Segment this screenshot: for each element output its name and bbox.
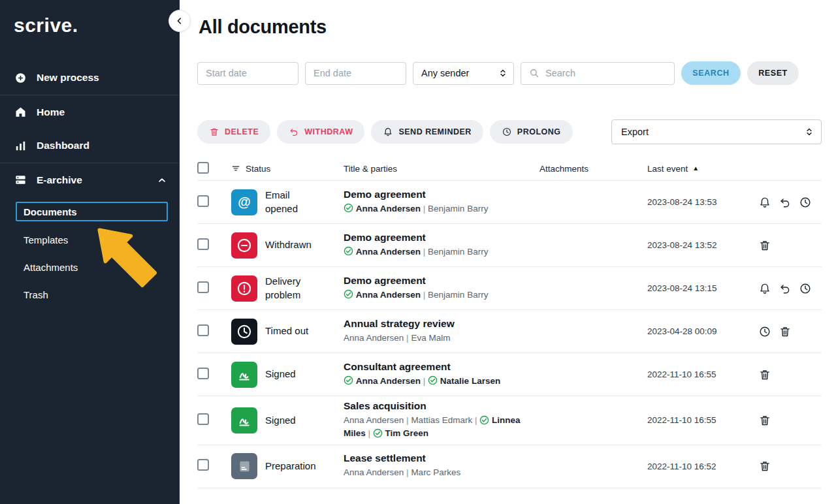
party-name: Marc Parkes (411, 467, 460, 477)
clock-icon (502, 127, 512, 137)
sidebar-item-attachments[interactable]: Attachments (0, 253, 180, 281)
withdraw-button[interactable]: WITHDRAW (277, 120, 364, 144)
prolong-icon[interactable] (799, 282, 812, 295)
document-parties: Anna Andersen | Benjamin Barry (344, 202, 534, 215)
party-separator: | (406, 333, 409, 343)
prolong-button[interactable]: PROLONG (490, 120, 573, 144)
row-checkbox[interactable] (197, 281, 209, 293)
end-date-input[interactable] (305, 62, 406, 85)
document-title[interactable]: Annual strategy review (344, 318, 539, 330)
document-title[interactable]: Demo agreement (344, 232, 539, 244)
table-row[interactable]: Delivery problemDemo agreement Anna Ande… (197, 267, 822, 310)
search-field[interactable] (521, 62, 675, 85)
sidebar-item-label: Documents (24, 206, 77, 217)
search-button[interactable]: SEARCH (681, 61, 741, 85)
sidebar-item-label: Templates (24, 234, 68, 245)
row-actions (758, 239, 822, 252)
column-header-attachments: Attachments (539, 164, 647, 174)
party-name: Benjamin Barry (428, 247, 488, 257)
reset-button[interactable]: RESET (747, 61, 799, 85)
table-row[interactable]: SignedSales acquisitionAnna Andersen | M… (197, 396, 822, 445)
status-icon-delivery-problem (231, 276, 257, 302)
party-separator: | (423, 376, 426, 386)
last-event-date: 2023-08-24 13:52 (647, 240, 758, 250)
column-header-status[interactable]: Status (231, 164, 344, 174)
delete-icon[interactable] (758, 414, 771, 427)
prolong-icon[interactable] (799, 196, 812, 209)
document-title[interactable]: Demo agreement (344, 275, 539, 287)
document-parties: Anna Andersen | Benjamin Barry (344, 245, 534, 259)
column-header-last-event[interactable]: Last event ▲ (647, 164, 758, 174)
prolong-icon[interactable] (758, 325, 771, 338)
row-checkbox[interactable] (197, 413, 209, 425)
sidebar-item-label: Home (37, 106, 65, 118)
row-actions (758, 282, 822, 295)
column-label-last-event: Last event (647, 164, 688, 174)
status-label: Preparation (265, 460, 324, 473)
document-parties: Anna Andersen | Natalie Larsen (344, 375, 534, 388)
sidebar-item-trash[interactable]: Trash (0, 281, 180, 308)
send-reminder-button[interactable]: SEND REMINDER (371, 120, 483, 144)
row-actions (758, 460, 822, 473)
sidebar-item-dashboard[interactable]: Dashboard (0, 129, 180, 163)
status-icon-timed-out (231, 319, 257, 345)
document-title[interactable]: Consultant agreement (344, 361, 539, 373)
documents-table-body: @Email openedDemo agreement Anna Anderse… (197, 181, 822, 488)
sidebar-item-documents[interactable]: Documents (16, 202, 168, 221)
table-row[interactable]: SignedConsultant agreement Anna Andersen… (197, 353, 822, 396)
document-title[interactable]: Demo agreement (344, 189, 539, 200)
sidebar-item-templates[interactable]: Templates (0, 226, 180, 253)
row-actions (758, 325, 822, 338)
select-updown-icon (498, 69, 507, 78)
table-row[interactable]: PreparationLease settlementAnna Andersen… (197, 445, 822, 488)
column-header-title-parties: Title & parties (344, 164, 539, 174)
delete-icon[interactable] (758, 460, 771, 473)
collapse-sidebar-button[interactable] (169, 10, 191, 32)
row-checkbox[interactable] (197, 195, 209, 207)
delete-icon[interactable] (779, 325, 792, 338)
sidebar-item-new-process[interactable]: New process (0, 61, 180, 95)
delete-icon[interactable] (758, 239, 771, 252)
withdraw-icon[interactable] (779, 196, 792, 209)
at-glyph: @ (238, 195, 251, 210)
party-name: Anna Andersen (344, 467, 404, 477)
row-actions (758, 368, 822, 381)
document-title[interactable]: Lease settlement (344, 452, 539, 464)
table-row[interactable]: Timed outAnnual strategy reviewAnna Ande… (197, 310, 822, 353)
party-name: Natalie Larsen (440, 376, 500, 386)
sidebar-nav: New process Home Dashboard E-archive Doc… (0, 61, 180, 308)
party-name: Anna Andersen (344, 333, 404, 343)
party-name: Benjamin Barry (428, 290, 488, 300)
sidebar-item-label: E-archive (37, 174, 82, 186)
e-archive-subnav: Documents Templates Attachments Trash (0, 202, 180, 308)
row-checkbox[interactable] (197, 459, 209, 471)
delete-icon[interactable] (758, 368, 771, 381)
bell-icon (383, 127, 393, 137)
last-event-date: 2022-11-10 16:52 (647, 462, 758, 471)
party-name: Anna Andersen (356, 247, 421, 257)
trash-icon (209, 127, 219, 137)
table-row[interactable]: WithdrawnDemo agreement Anna Andersen | … (197, 224, 822, 267)
row-checkbox[interactable] (197, 324, 209, 336)
plus-circle-icon (14, 72, 27, 84)
search-input[interactable] (545, 68, 667, 78)
row-checkbox[interactable] (197, 238, 209, 250)
send-reminder-icon[interactable] (758, 282, 771, 295)
start-date-input[interactable] (197, 62, 298, 85)
select-all-checkbox[interactable] (197, 162, 209, 174)
delete-button[interactable]: DELETE (197, 120, 270, 144)
sender-select[interactable]: Any sender (413, 62, 514, 85)
party-name: Tim Green (385, 428, 429, 438)
row-checkbox[interactable] (197, 368, 209, 379)
sidebar-item-home[interactable]: Home (0, 95, 180, 129)
document-title[interactable]: Sales acquisition (344, 400, 539, 412)
status-icon-signed (231, 407, 257, 433)
party-name: Anna Andersen (356, 204, 421, 213)
table-row[interactable]: @Email openedDemo agreement Anna Anderse… (197, 181, 822, 224)
last-event-date: 2023-08-24 13:15 (647, 283, 758, 293)
send-reminder-icon[interactable] (758, 196, 771, 209)
sidebar-item-e-archive[interactable]: E-archive (0, 163, 180, 197)
export-select[interactable]: Export (611, 119, 822, 144)
status-label: Withdrawn (265, 238, 324, 251)
withdraw-icon[interactable] (779, 282, 792, 295)
